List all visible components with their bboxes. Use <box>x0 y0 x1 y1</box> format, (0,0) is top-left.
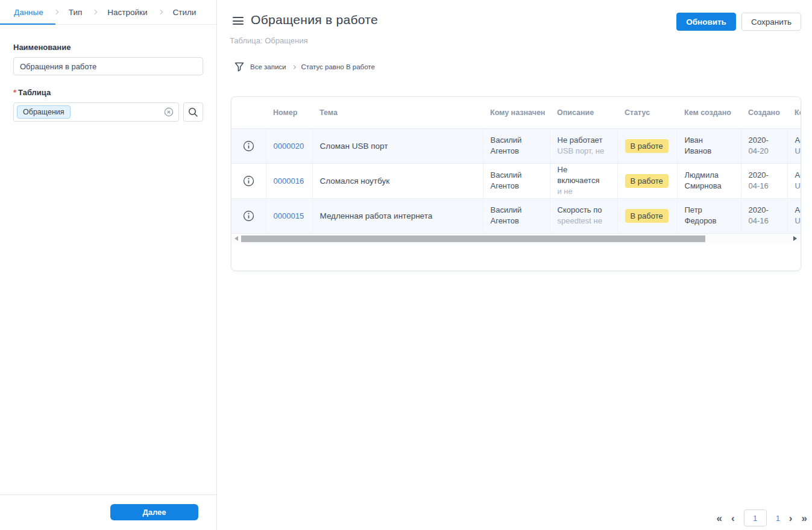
current-page-input[interactable]: 1 <box>744 510 767 526</box>
wizard-tabs: Данные Тип Настройки Стили <box>0 0 216 25</box>
cell-assignee: ВасилийАгентов <box>483 198 550 233</box>
cell-created-by: ИванИванов <box>677 128 741 163</box>
column-header-info <box>231 97 266 128</box>
cell-status: В работе <box>617 128 677 163</box>
settings-panel: Данные Тип Настройки Стили Наименование … <box>0 0 217 530</box>
panel-footer: Далее <box>0 494 216 530</box>
chevron-right-icon <box>54 10 58 14</box>
tab-settings[interactable]: Настройки <box>107 8 147 17</box>
filter-condition[interactable]: Статус равно В работе <box>301 63 375 70</box>
name-input[interactable] <box>13 57 203 75</box>
next-button[interactable]: Далее <box>110 504 198 520</box>
column-header-updated-by[interactable]: Кем обновлено <box>787 97 801 128</box>
cell-subject: Сломался ноутбук <box>312 163 483 198</box>
records-table-card: Номер Тема Кому назначен Описание Статус… <box>231 96 801 271</box>
table-row[interactable]: 0000020 Сломан USB порт ВасилийАгентов Н… <box>231 128 801 163</box>
record-link[interactable]: 0000015 <box>274 211 304 220</box>
filter-icon[interactable] <box>234 62 244 72</box>
record-link[interactable]: 0000016 <box>274 176 304 186</box>
cell-created: 2020-04-16 <box>741 198 787 233</box>
scroll-left-icon[interactable] <box>234 236 238 241</box>
table-label-text: Таблица <box>18 88 51 97</box>
column-header-assignee[interactable]: Кому назначен <box>483 97 550 128</box>
cell-created-by: ЛюдмилаСмирнова <box>677 163 741 198</box>
last-page-button[interactable]: » <box>802 513 807 523</box>
filter-all-records[interactable]: Все записи <box>250 63 286 70</box>
info-icon[interactable] <box>243 175 254 187</box>
refresh-button[interactable]: Обновить <box>676 13 736 31</box>
tab-styles[interactable]: Стили <box>173 8 197 17</box>
pagination: « ‹ 1 1 › » <box>716 510 807 526</box>
first-page-button[interactable]: « <box>716 513 722 523</box>
info-icon[interactable] <box>243 210 254 222</box>
filter-breadcrumb: Все записи Статус равно В работе <box>234 62 812 72</box>
scrollbar-thumb[interactable] <box>241 235 705 242</box>
status-badge: В работе <box>625 174 669 188</box>
status-badge: В работе <box>625 209 669 223</box>
search-icon <box>188 107 198 117</box>
table-label: *Таблица <box>13 88 203 97</box>
horizontal-scrollbar[interactable] <box>231 234 801 244</box>
info-icon[interactable] <box>243 140 254 152</box>
chevron-right-icon <box>92 10 97 14</box>
cell-status: В работе <box>617 198 677 233</box>
save-button[interactable]: Сохранить <box>741 13 801 31</box>
table-subtitle: Таблица: Обращения <box>230 36 812 45</box>
cell-created: 2020-04-16 <box>741 163 787 198</box>
column-header-description[interactable]: Описание <box>550 97 617 128</box>
menu-icon[interactable] <box>233 17 244 25</box>
cell-description: Скорость поspeedtest не <box>550 198 617 233</box>
name-label: Наименование <box>13 43 203 52</box>
cell-assignee: ВасилийАгентов <box>483 128 550 163</box>
scroll-right-icon[interactable] <box>793 236 797 241</box>
tab-type[interactable]: Тип <box>69 8 83 17</box>
chevron-right-icon <box>291 64 295 69</box>
column-header-number[interactable]: Номер <box>266 97 312 128</box>
prev-page-button[interactable]: ‹ <box>731 513 735 523</box>
column-header-subject[interactable]: Тема <box>312 97 483 128</box>
record-link[interactable]: 0000020 <box>274 142 304 151</box>
status-badge: В работе <box>625 139 669 153</box>
clear-icon[interactable] <box>164 107 174 117</box>
preview-area: Обращения в работе Обновить Сохранить Та… <box>218 0 812 530</box>
column-header-status[interactable]: Статус <box>617 97 677 128</box>
cell-updated-by: AdminUser <box>787 198 801 233</box>
cell-assignee: ВасилийАгентов <box>483 163 550 198</box>
cell-updated-by: AdminUser <box>787 163 801 198</box>
table-row[interactable]: 0000015 Медленная работа интернета Васил… <box>231 198 801 233</box>
table-row[interactable]: 0000016 Сломался ноутбук ВасилийАгентов … <box>231 163 801 198</box>
cell-created: 2020-04-20 <box>741 128 787 163</box>
chevron-right-icon <box>157 10 162 14</box>
column-header-created-by[interactable]: Кем создано <box>677 97 741 128</box>
total-pages: 1 <box>776 514 780 523</box>
cell-description: Не включаетсяи не <box>550 163 617 198</box>
active-tab-underline <box>0 23 55 25</box>
search-button[interactable] <box>183 102 203 122</box>
required-mark: * <box>13 88 16 97</box>
column-header-created[interactable]: Создано <box>741 97 787 128</box>
cell-subject: Сломан USB порт <box>312 128 483 163</box>
widget-form: Наименование *Таблица Обращения <box>0 25 216 122</box>
cell-updated-by: AdminUser <box>787 128 801 163</box>
selected-table-chip[interactable]: Обращения <box>17 105 71 119</box>
next-page-button[interactable]: › <box>789 513 793 523</box>
records-table: Номер Тема Кому назначен Описание Статус… <box>231 97 801 234</box>
table-select-input[interactable]: Обращения <box>13 102 179 122</box>
tab-data[interactable]: Данные <box>14 8 43 17</box>
page-title: Обращения в работе <box>251 13 378 27</box>
cell-subject: Медленная работа интернета <box>312 198 483 233</box>
cell-status: В работе <box>617 163 677 198</box>
cell-description: Не работаетUSB порт, не <box>550 128 617 163</box>
cell-created-by: ПетрФедоров <box>677 198 741 233</box>
